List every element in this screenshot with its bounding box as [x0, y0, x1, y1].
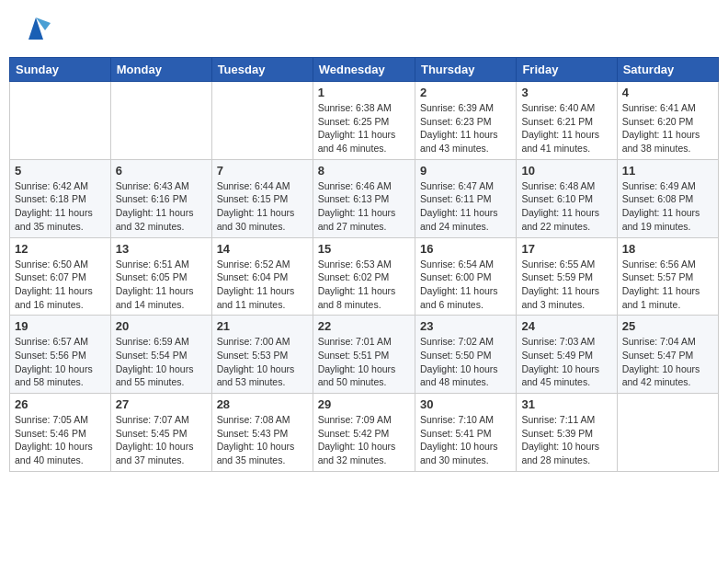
- day-number: 31: [521, 397, 611, 411]
- calendar-cell: [10, 82, 111, 160]
- day-info: Sunrise: 6:50 AM Sunset: 6:07 PM Dayligh…: [15, 258, 106, 312]
- calendar-cell: 3Sunrise: 6:40 AM Sunset: 6:21 PM Daylig…: [517, 82, 617, 160]
- calendar-cell: 24Sunrise: 7:03 AM Sunset: 5:49 PM Dayli…: [517, 316, 617, 394]
- calendar-cell: 1Sunrise: 6:38 AM Sunset: 6:25 PM Daylig…: [313, 82, 415, 160]
- calendar-cell: 8Sunrise: 6:46 AM Sunset: 6:13 PM Daylig…: [313, 159, 415, 237]
- calendar-week-1: 1Sunrise: 6:38 AM Sunset: 6:25 PM Daylig…: [10, 82, 719, 160]
- day-number: 4: [622, 86, 713, 99]
- day-number: 27: [116, 397, 207, 411]
- day-info: Sunrise: 6:49 AM Sunset: 6:08 PM Dayligh…: [622, 179, 713, 234]
- day-number: 18: [622, 242, 713, 256]
- calendar-cell: 28Sunrise: 7:08 AM Sunset: 5:43 PM Dayli…: [211, 394, 313, 472]
- day-info: Sunrise: 7:08 AM Sunset: 5:43 PM Dayligh…: [217, 413, 308, 467]
- day-number: 3: [521, 86, 611, 99]
- day-info: Sunrise: 6:56 AM Sunset: 5:57 PM Dayligh…: [622, 258, 713, 312]
- weekday-header-friday: Friday: [517, 58, 617, 82]
- calendar-cell: 17Sunrise: 6:55 AM Sunset: 5:59 PM Dayli…: [517, 237, 617, 316]
- calendar-table: SundayMondayTuesdayWednesdayThursdayFrid…: [9, 57, 719, 472]
- calendar-cell: 27Sunrise: 7:07 AM Sunset: 5:45 PM Dayli…: [110, 394, 211, 472]
- weekday-header-monday: Monday: [110, 58, 211, 82]
- calendar-cell: [110, 82, 211, 160]
- day-info: Sunrise: 7:09 AM Sunset: 5:42 PM Dayligh…: [318, 413, 410, 467]
- calendar-cell: 14Sunrise: 6:52 AM Sunset: 6:04 PM Dayli…: [211, 237, 313, 316]
- logo-text: [18, 14, 51, 43]
- day-number: 15: [318, 242, 410, 256]
- weekday-header-tuesday: Tuesday: [211, 58, 313, 82]
- day-info: Sunrise: 6:44 AM Sunset: 6:15 PM Dayligh…: [217, 179, 308, 234]
- day-number: 26: [15, 397, 106, 411]
- calendar-cell: 5Sunrise: 6:42 AM Sunset: 6:18 PM Daylig…: [10, 159, 111, 237]
- day-info: Sunrise: 6:59 AM Sunset: 5:54 PM Dayligh…: [116, 335, 207, 389]
- day-info: Sunrise: 6:43 AM Sunset: 6:16 PM Dayligh…: [116, 179, 207, 234]
- calendar-week-3: 12Sunrise: 6:50 AM Sunset: 6:07 PM Dayli…: [10, 237, 719, 316]
- day-number: 22: [318, 319, 410, 333]
- day-info: Sunrise: 7:07 AM Sunset: 5:45 PM Dayligh…: [116, 413, 207, 467]
- day-number: 19: [15, 319, 106, 333]
- day-number: 24: [521, 319, 611, 333]
- calendar-cell: 2Sunrise: 6:39 AM Sunset: 6:23 PM Daylig…: [415, 82, 516, 160]
- day-info: Sunrise: 7:05 AM Sunset: 5:46 PM Dayligh…: [15, 413, 106, 467]
- day-number: 20: [116, 319, 207, 333]
- weekday-header-saturday: Saturday: [617, 58, 718, 82]
- day-number: 10: [521, 164, 611, 178]
- calendar-cell: 15Sunrise: 6:53 AM Sunset: 6:02 PM Dayli…: [313, 237, 415, 316]
- day-info: Sunrise: 7:03 AM Sunset: 5:49 PM Dayligh…: [521, 335, 611, 389]
- day-number: 17: [521, 242, 611, 256]
- calendar-cell: 29Sunrise: 7:09 AM Sunset: 5:42 PM Dayli…: [313, 394, 415, 472]
- day-info: Sunrise: 6:48 AM Sunset: 6:10 PM Dayligh…: [521, 179, 611, 234]
- day-info: Sunrise: 7:00 AM Sunset: 5:53 PM Dayligh…: [217, 335, 308, 389]
- day-number: 12: [15, 242, 106, 256]
- day-info: Sunrise: 7:01 AM Sunset: 5:51 PM Dayligh…: [318, 335, 410, 389]
- day-number: 23: [420, 319, 511, 333]
- calendar-cell: 6Sunrise: 6:43 AM Sunset: 6:16 PM Daylig…: [110, 159, 211, 237]
- day-number: 11: [622, 164, 713, 178]
- day-info: Sunrise: 7:10 AM Sunset: 5:41 PM Dayligh…: [420, 413, 511, 467]
- day-info: Sunrise: 6:42 AM Sunset: 6:18 PM Dayligh…: [15, 179, 106, 234]
- weekday-header-wednesday: Wednesday: [313, 58, 415, 82]
- day-number: 16: [420, 242, 511, 256]
- day-info: Sunrise: 6:38 AM Sunset: 6:25 PM Dayligh…: [318, 101, 410, 155]
- day-number: 13: [116, 242, 207, 256]
- day-number: 21: [217, 319, 308, 333]
- day-number: 2: [420, 86, 511, 99]
- logo-icon: [21, 14, 51, 43]
- calendar-cell: 30Sunrise: 7:10 AM Sunset: 5:41 PM Dayli…: [415, 394, 516, 472]
- calendar-cell: 26Sunrise: 7:05 AM Sunset: 5:46 PM Dayli…: [10, 394, 111, 472]
- calendar-cell: [617, 394, 718, 472]
- day-info: Sunrise: 6:41 AM Sunset: 6:20 PM Dayligh…: [622, 101, 713, 155]
- calendar-cell: 13Sunrise: 6:51 AM Sunset: 6:05 PM Dayli…: [110, 237, 211, 316]
- calendar-cell: 23Sunrise: 7:02 AM Sunset: 5:50 PM Dayli…: [415, 316, 516, 394]
- day-number: 6: [116, 164, 207, 178]
- day-number: 28: [217, 397, 308, 411]
- day-info: Sunrise: 7:11 AM Sunset: 5:39 PM Dayligh…: [521, 413, 611, 467]
- logo: [18, 14, 51, 43]
- calendar-cell: 11Sunrise: 6:49 AM Sunset: 6:08 PM Dayli…: [617, 159, 718, 237]
- page-header: [9, 9, 719, 48]
- calendar-cell: 22Sunrise: 7:01 AM Sunset: 5:51 PM Dayli…: [313, 316, 415, 394]
- day-info: Sunrise: 6:53 AM Sunset: 6:02 PM Dayligh…: [318, 258, 410, 312]
- day-number: 9: [420, 164, 511, 178]
- calendar-cell: 10Sunrise: 6:48 AM Sunset: 6:10 PM Dayli…: [517, 159, 617, 237]
- day-number: 25: [622, 319, 713, 333]
- day-info: Sunrise: 6:46 AM Sunset: 6:13 PM Dayligh…: [318, 179, 410, 234]
- calendar-cell: 4Sunrise: 6:41 AM Sunset: 6:20 PM Daylig…: [617, 82, 718, 160]
- calendar-cell: [211, 82, 313, 160]
- calendar-cell: 16Sunrise: 6:54 AM Sunset: 6:00 PM Dayli…: [415, 237, 516, 316]
- day-number: 5: [15, 164, 106, 178]
- calendar-cell: 20Sunrise: 6:59 AM Sunset: 5:54 PM Dayli…: [110, 316, 211, 394]
- weekday-header-row: SundayMondayTuesdayWednesdayThursdayFrid…: [10, 58, 719, 82]
- calendar-cell: 19Sunrise: 6:57 AM Sunset: 5:56 PM Dayli…: [10, 316, 111, 394]
- calendar-cell: 18Sunrise: 6:56 AM Sunset: 5:57 PM Dayli…: [617, 237, 718, 316]
- calendar-cell: 12Sunrise: 6:50 AM Sunset: 6:07 PM Dayli…: [10, 237, 111, 316]
- calendar-cell: 31Sunrise: 7:11 AM Sunset: 5:39 PM Dayli…: [517, 394, 617, 472]
- day-number: 7: [217, 164, 308, 178]
- day-number: 14: [217, 242, 308, 256]
- calendar-week-5: 26Sunrise: 7:05 AM Sunset: 5:46 PM Dayli…: [10, 394, 719, 472]
- day-info: Sunrise: 6:52 AM Sunset: 6:04 PM Dayligh…: [217, 258, 308, 312]
- weekday-header-sunday: Sunday: [10, 58, 111, 82]
- day-number: 1: [318, 86, 410, 99]
- calendar-cell: 7Sunrise: 6:44 AM Sunset: 6:15 PM Daylig…: [211, 159, 313, 237]
- calendar-cell: 9Sunrise: 6:47 AM Sunset: 6:11 PM Daylig…: [415, 159, 516, 237]
- day-info: Sunrise: 6:54 AM Sunset: 6:00 PM Dayligh…: [420, 258, 511, 312]
- calendar-week-4: 19Sunrise: 6:57 AM Sunset: 5:56 PM Dayli…: [10, 316, 719, 394]
